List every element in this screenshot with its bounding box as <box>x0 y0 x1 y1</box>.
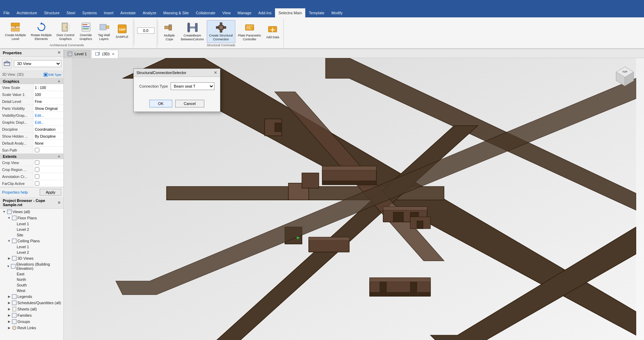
tree-expand-groups[interactable]: ▶ <box>7 319 11 324</box>
tree-item-sheets[interactable]: ▶ Sheets (all) <box>0 306 63 312</box>
view-instance-label: 3D View: (3D) <box>2 73 24 76</box>
tree-item-floor-plans-site[interactable]: Site <box>0 232 63 238</box>
ribbon-tab-architecture[interactable]: Architecture <box>13 8 41 17</box>
tree-expand-schedules[interactable]: ▶ <box>7 301 11 305</box>
svg-rect-47 <box>13 307 16 311</box>
ribbon-tab-insert[interactable]: Insert <box>100 8 117 17</box>
tree-item-floor-plans[interactable]: ▼ Floor Plans <box>0 215 63 221</box>
view-type-dropdown[interactable]: 3D View <box>14 60 61 67</box>
ribbon-tab-steel[interactable]: Steel <box>63 8 79 17</box>
tree-item-groups[interactable]: ▶ Groups <box>0 318 63 325</box>
connection-type-select[interactable]: Beam seat T Beam seat L End Plate Shear … <box>171 82 214 90</box>
properties-help-link[interactable]: Properties help <box>2 190 28 194</box>
override-graphics-button[interactable]: OverrideGraphics <box>77 20 95 42</box>
ribbon-tab-file[interactable]: File <box>0 8 13 17</box>
view-scale-input[interactable] <box>35 86 62 90</box>
svg-rect-41 <box>12 216 16 220</box>
rotate-multiple-elements-label: Rotate MultipleElements <box>31 33 52 41</box>
angle-input[interactable] <box>137 27 155 34</box>
tab-3d[interactable]: (3D) ✕ <box>91 50 118 58</box>
tree-item-legends[interactable]: ▶ Legends <box>0 293 63 300</box>
ribbon-tab-view[interactable]: View <box>219 8 234 17</box>
tree-item-floor-plans-level1[interactable]: Level 1 <box>0 221 63 227</box>
tree-expand-floor-level1[interactable] <box>12 222 16 226</box>
tree-item-views-all[interactable]: ▼ Views (all) <box>0 209 63 215</box>
tree-expand-revit-links[interactable]: ▶ <box>7 326 11 330</box>
svg-rect-38 <box>45 74 47 76</box>
visibility-grap-edit-btn[interactable]: Edit... <box>33 112 63 119</box>
tree-expand-legends[interactable]: ▶ <box>7 294 11 299</box>
svg-rect-0 <box>11 23 19 26</box>
ribbon-tab-analyze[interactable]: Analyze <box>139 8 160 17</box>
sample-button[interactable]: SMP SAMPLE <box>113 22 131 40</box>
tag-wall-layers-button[interactable]: Tag WallLayers <box>95 20 113 42</box>
left-panel: Properties ✕ 3D View 3D View: (3D) <box>0 49 64 340</box>
ribbon-tab-manage[interactable]: Manage <box>234 8 255 17</box>
tree-expand-3d-views[interactable]: ▶ <box>7 256 11 260</box>
door-control-graphics-button[interactable]: Door ControlGraphics <box>55 20 77 42</box>
farclip-active-checkbox[interactable] <box>35 181 39 186</box>
tree-expand-sheets[interactable]: ▶ <box>7 307 11 311</box>
ribbon-tab-annotate[interactable]: Annotate <box>117 8 139 17</box>
tree-item-elevation-east[interactable]: East <box>0 271 63 277</box>
3d-viewport[interactable]: TOP StructuralConnectionSelector ✕ Conne… <box>64 58 644 340</box>
ribbon-tab-massing--site[interactable]: Massing & Site <box>160 8 192 17</box>
project-browser-close-button[interactable]: ✕ <box>57 201 61 205</box>
tab-level1[interactable]: Level 1 <box>64 50 91 58</box>
tab-3d-close-button[interactable]: ✕ <box>112 52 115 56</box>
ribbon-tab-systems[interactable]: Systems <box>79 8 100 17</box>
create-structural-connection-button[interactable]: Create StructuralConnection <box>207 20 235 43</box>
level1-tab-icon <box>68 51 72 56</box>
crop-view-checkbox[interactable] <box>35 160 39 165</box>
tree-expand-elevations[interactable]: ▼ <box>6 264 10 268</box>
create-beam-between-column-button[interactable]: CreateBeamBetweenColumn <box>179 21 206 43</box>
svg-rect-46 <box>12 301 16 305</box>
edit-type-button[interactable]: Edit Type <box>44 73 61 77</box>
tree-item-families[interactable]: ▶ Families <box>0 312 63 318</box>
dialog-buttons: OK Cancel <box>134 98 220 112</box>
tree-item-elevation-south[interactable]: South <box>0 282 63 288</box>
tree-item-3d-views[interactable]: ▶ 3D Views <box>0 255 63 261</box>
ribbon-tab-selectra-main[interactable]: Selectra Main <box>275 8 305 17</box>
crop-region-checkbox[interactable] <box>35 167 39 172</box>
dialog-cancel-button[interactable]: Cancel <box>175 100 204 107</box>
ribbon-tab-structure[interactable]: Structure <box>40 8 63 17</box>
ribbon-tab-modify[interactable]: Modify <box>328 8 346 17</box>
tree-expand-views-all[interactable]: ▼ <box>2 210 6 214</box>
tree-item-elevation-west[interactable]: West <box>0 288 63 293</box>
ribbon-tab-add-ins[interactable]: Add-Ins <box>255 8 275 17</box>
project-browser-tree: ▼ Views (all) ▼ Floo <box>0 209 63 331</box>
add-data-button[interactable]: Add Data <box>264 22 281 41</box>
tree-item-schedules[interactable]: ▶ Schedules/Quantities (all) <box>0 300 63 306</box>
graphic-displ-edit-btn[interactable]: Edit... <box>33 119 63 126</box>
multiple-cope-button[interactable]: MultipleCope <box>161 21 178 43</box>
tree-item-ceiling-plans[interactable]: ▼ Ceiling Plans <box>0 238 63 244</box>
tag-wall-layers-icon <box>99 22 110 33</box>
plate-parameter-controller-button[interactable]: Plate ParametricController <box>236 21 264 43</box>
tree-item-elevation-north[interactable]: North <box>0 277 63 282</box>
prop-row-crop-view: Crop View <box>0 159 63 166</box>
tree-expand-ceiling-plans[interactable]: ▼ <box>7 239 11 243</box>
rotate-multiple-elements-button[interactable]: Rotate MultipleElements <box>29 20 54 42</box>
svg-marker-55 <box>99 52 100 55</box>
svg-point-6 <box>66 27 67 28</box>
tree-item-ceiling-level2[interactable]: Level 2 <box>0 250 63 255</box>
svg-rect-45 <box>12 294 16 299</box>
tree-item-ceiling-level1[interactable]: Level 1 <box>0 244 63 250</box>
ribbon-tab-template[interactable]: Template <box>305 8 328 17</box>
graphics-section-header[interactable]: Graphics ▲ <box>0 79 63 84</box>
create-multiple-level-button[interactable]: Create MultipleLevel <box>3 20 28 42</box>
properties-close-button[interactable]: ✕ <box>57 50 61 55</box>
ribbon-tab-collaborate[interactable]: Collaborate <box>192 8 219 17</box>
tree-item-elevations[interactable]: ▼ Elevations (Building Elevation) <box>0 261 63 271</box>
dialog-close-button[interactable]: ✕ <box>214 70 217 75</box>
tree-item-revit-links[interactable]: ▶ Revit Links <box>0 325 63 331</box>
tree-expand-families[interactable]: ▶ <box>7 313 11 317</box>
tree-expand-floor-plans[interactable]: ▼ <box>7 216 11 220</box>
sun-path-checkbox[interactable] <box>35 148 39 152</box>
tree-item-floor-plans-level2[interactable]: Level 2 <box>0 227 63 232</box>
annotation-cr-checkbox[interactable] <box>35 174 39 179</box>
apply-button[interactable]: Apply <box>40 189 61 196</box>
extents-section-header[interactable]: Extents ▲ <box>0 154 63 159</box>
dialog-ok-button[interactable]: OK <box>149 100 172 107</box>
